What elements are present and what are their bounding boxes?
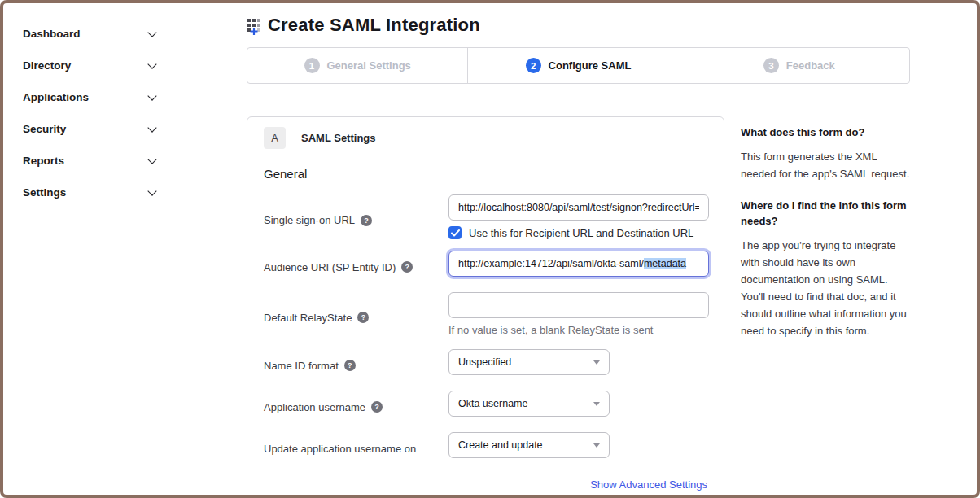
- field-label: Audience URI (SP Entity ID) ?: [264, 251, 448, 277]
- single-sign-on-url-input[interactable]: [448, 194, 709, 221]
- app-window: Dashboard Directory Applications Securit…: [0, 0, 980, 498]
- help-icon[interactable]: ?: [344, 360, 356, 371]
- field-label-text: Name ID format: [264, 360, 339, 372]
- step-configure-saml[interactable]: 2 Configure SAML: [467, 48, 688, 83]
- caret-down-icon: [593, 443, 600, 448]
- step-feedback[interactable]: 3 Feedback: [689, 48, 909, 83]
- chevron-down-icon: [147, 28, 156, 37]
- field-label: Single sign-on URL ?: [264, 194, 448, 239]
- chevron-down-icon: [147, 123, 156, 132]
- sidebar-item-label: Reports: [23, 155, 64, 167]
- page-title: Create SAML Integration: [268, 15, 480, 36]
- help-answer-2: The app you're trying to integrate with …: [741, 237, 910, 339]
- recipient-url-checkbox[interactable]: [448, 226, 462, 239]
- sidebar-item-applications[interactable]: Applications: [23, 81, 157, 113]
- field-label: Default RelayState ?: [264, 292, 448, 336]
- select-value: Unspecified: [458, 356, 511, 368]
- help-question-2: Where do I find the info this form needs…: [741, 199, 910, 229]
- saml-settings-panel: A SAML Settings General Single sign-on U…: [247, 116, 724, 498]
- field-update-application-username: Update application username on Create an…: [264, 432, 707, 458]
- step-number: 2: [526, 58, 541, 73]
- help-icon[interactable]: ?: [357, 312, 369, 323]
- caret-down-icon: [593, 360, 600, 365]
- sidebar-item-label: Directory: [23, 59, 71, 72]
- panel-header: A SAML Settings: [264, 127, 707, 149]
- help-sidebar: What does this form do? This form genera…: [741, 116, 910, 498]
- field-audience-uri: Audience URI (SP Entity ID) ? http://exa…: [264, 251, 707, 277]
- field-label: Application username ?: [264, 391, 448, 417]
- field-label-text: Update application username on: [264, 443, 416, 455]
- field-label-text: Default RelayState: [264, 312, 352, 324]
- field-single-sign-on-url: Single sign-on URL ? Use this for Recipi…: [264, 194, 707, 239]
- sidebar-item-reports[interactable]: Reports: [23, 145, 157, 177]
- show-advanced-settings-link[interactable]: Show Advanced Settings: [590, 478, 707, 491]
- name-id-format-select[interactable]: Unspecified: [448, 349, 610, 375]
- field-name-id-format: Name ID format ? Unspecified: [264, 349, 707, 375]
- wizard-stepper: 1 General Settings 2 Configure SAML 3 Fe…: [247, 47, 910, 84]
- step-label: General Settings: [327, 59, 411, 72]
- help-answer-1: This form generates the XML needed for t…: [741, 148, 910, 182]
- main-content: Create SAML Integration 1 General Settin…: [177, 3, 977, 495]
- page-title-row: Create SAML Integration: [247, 13, 977, 37]
- sidebar-item-label: Applications: [23, 91, 89, 103]
- chevron-down-icon: [147, 59, 156, 68]
- default-relaystate-input[interactable]: [448, 292, 709, 318]
- sidebar: Dashboard Directory Applications Securit…: [3, 3, 177, 495]
- grid-plus-icon: [247, 17, 265, 37]
- sidebar-item-dashboard[interactable]: Dashboard: [23, 18, 157, 50]
- check-icon: [451, 229, 460, 237]
- application-username-select[interactable]: Okta username: [448, 391, 610, 417]
- select-value: Create and update: [458, 439, 543, 451]
- step-label: Configure SAML: [549, 59, 632, 72]
- chevron-down-icon: [147, 91, 156, 100]
- field-application-username: Application username ? Okta username: [264, 391, 707, 417]
- step-general-settings[interactable]: 1 General Settings: [247, 48, 467, 83]
- step-number: 3: [763, 58, 779, 73]
- help-icon[interactable]: ?: [401, 261, 413, 273]
- audience-uri-value: http://example:14712/api/saml/okta-saml/: [458, 258, 644, 269]
- chevron-down-icon: [147, 186, 156, 195]
- step-number: 1: [304, 58, 320, 73]
- help-icon[interactable]: ?: [361, 215, 372, 226]
- help-question-1: What does this form do?: [741, 125, 910, 141]
- caret-down-icon: [593, 402, 600, 406]
- sidebar-item-label: Dashboard: [23, 28, 81, 40]
- sidebar-item-directory[interactable]: Directory: [23, 50, 157, 81]
- field-default-relaystate: Default RelayState ? If no value is set,…: [264, 292, 707, 336]
- sidebar-item-settings[interactable]: Settings: [23, 177, 157, 208]
- sidebar-item-label: Security: [23, 123, 66, 135]
- select-value: Okta username: [458, 398, 527, 409]
- field-label-text: Application username: [264, 401, 365, 413]
- section-badge: A: [264, 127, 286, 149]
- field-label-text: Single sign-on URL: [264, 214, 355, 226]
- field-label: Update application username on: [264, 432, 448, 458]
- audience-uri-selected-text: metadata: [644, 258, 686, 269]
- help-icon[interactable]: ?: [371, 401, 383, 413]
- checkbox-label[interactable]: Use this for Recipient URL and Destinati…: [469, 227, 693, 239]
- sidebar-item-security[interactable]: Security: [23, 113, 157, 145]
- sidebar-item-label: Settings: [23, 186, 66, 199]
- chevron-down-icon: [147, 155, 156, 164]
- step-label: Feedback: [786, 59, 835, 72]
- audience-uri-input[interactable]: http://example:14712/api/saml/okta-saml/…: [448, 251, 709, 277]
- relaystate-helper-text: If no value is set, a blank RelayState i…: [448, 324, 709, 336]
- field-label-text: Audience URI (SP Entity ID): [264, 261, 396, 273]
- panel-title: SAML Settings: [301, 132, 376, 144]
- field-label: Name ID format ?: [264, 349, 448, 375]
- update-application-username-select[interactable]: Create and update: [448, 432, 610, 458]
- section-heading-general: General: [264, 167, 707, 181]
